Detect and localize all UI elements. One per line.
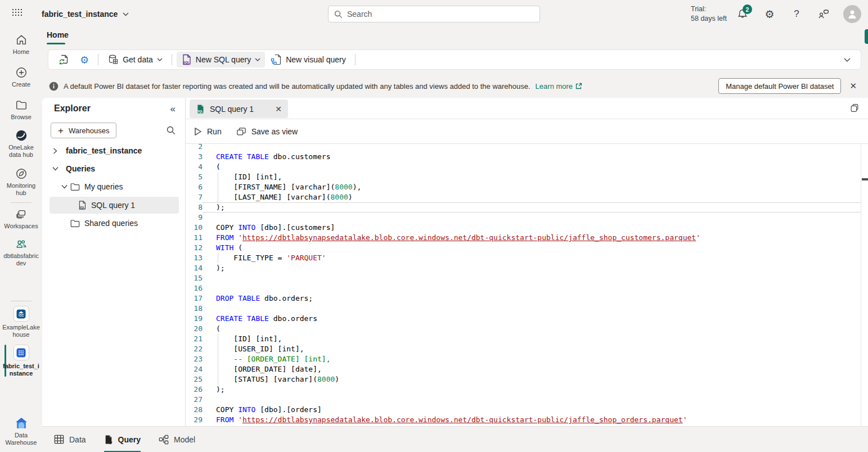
- code-line-4[interactable]: 4(: [186, 162, 861, 172]
- view-tab-data[interactable]: Data: [54, 427, 86, 452]
- learn-more-link[interactable]: Learn more: [536, 82, 582, 91]
- model-diagram-icon: [159, 435, 169, 445]
- code-line-7[interactable]: 7 [LAST_NAME] [varchar](8000): [186, 192, 861, 202]
- nav-item-workspaces[interactable]: Workspaces: [0, 208, 42, 230]
- code-line-6[interactable]: 6 [FIRST_NAME] [varchar](8000),: [186, 182, 861, 192]
- share-button[interactable]: Share: [865, 29, 868, 44]
- nav-item-monitoring-hub[interactable]: Monitoring hub: [0, 168, 42, 197]
- table-grid-icon: [54, 435, 64, 444]
- code-line-25[interactable]: 25 [STATUS] [varchar](8000): [186, 374, 861, 385]
- view-tab-query[interactable]: Query: [104, 427, 141, 452]
- chevron-down-icon: [123, 12, 129, 16]
- search-input[interactable]: [347, 10, 539, 19]
- code-line-26[interactable]: 26);: [186, 385, 861, 395]
- visual-query-icon: [271, 54, 282, 65]
- refresh-dataset-button[interactable]: [54, 52, 74, 67]
- nav-divider: [11, 301, 32, 301]
- code-line-10[interactable]: 10COPY INTO [dbo].[customers]: [186, 223, 861, 233]
- nav-item-create[interactable]: Create: [0, 66, 42, 88]
- nav-item-home[interactable]: Home: [0, 34, 42, 56]
- code-line-12[interactable]: 12WITH (: [186, 243, 861, 253]
- toolbar-expand-button[interactable]: [839, 56, 855, 64]
- tree-item-queries[interactable]: Queries: [42, 160, 186, 177]
- collapse-panel-icon[interactable]: «: [170, 103, 176, 115]
- code-line-14[interactable]: 14);: [186, 263, 861, 273]
- code-line-22[interactable]: 22 [USER_ID] [int],: [186, 344, 861, 354]
- settings-button[interactable]: ⚙: [760, 0, 779, 28]
- chevron-down-icon: [844, 58, 851, 62]
- workspaces-icon: [15, 208, 28, 220]
- avatar[interactable]: [843, 5, 861, 23]
- code-line-8[interactable]: 8);: [186, 202, 861, 213]
- run-button[interactable]: Run: [194, 127, 222, 136]
- ruler-cursor-marker: [862, 178, 868, 180]
- chevron-down-icon: [255, 58, 260, 61]
- ribbon-tab-row: Home Share: [42, 28, 868, 46]
- nav-item-onelake-data-hub[interactable]: OneLake data hub: [0, 129, 42, 159]
- code-line-13[interactable]: 13 FILE_TYPE = 'PARQUET': [186, 253, 861, 263]
- explorer-search-icon[interactable]: [167, 126, 176, 135]
- workspace-switcher[interactable]: fabric_test_instance: [42, 0, 129, 28]
- sql-file-icon: SQL: [196, 104, 205, 114]
- nav-item-data-warehouse[interactable]: Data Warehouse: [0, 417, 42, 446]
- tree-item-sql-query-1[interactable]: SQL SQL query 1: [42, 197, 186, 214]
- code-line-17[interactable]: 17DROP TABLE dbo.orders;: [186, 293, 861, 304]
- get-data-button[interactable]: Get data: [103, 52, 167, 67]
- run-icon: [194, 127, 202, 136]
- warehouse-settings-button[interactable]: ⚙: [75, 52, 93, 67]
- nav-item-workspace-dbtlabsfabricdev[interactable]: dbtlabsfabricdev: [0, 238, 42, 267]
- new-sql-query-button[interactable]: SQL New SQL query: [177, 52, 265, 67]
- copy-icon[interactable]: [849, 103, 860, 113]
- svg-text:SQL: SQL: [79, 206, 85, 209]
- code-line-28[interactable]: 28COPY INTO [dbo].[orders]: [186, 405, 861, 415]
- code-line-2[interactable]: 2: [186, 144, 861, 152]
- tree-item-warehouse-root[interactable]: fabric_test_instance: [42, 142, 186, 159]
- new-visual-query-button[interactable]: New visual query: [266, 52, 350, 67]
- feedback-button[interactable]: [813, 0, 833, 28]
- global-search[interactable]: [328, 6, 540, 22]
- tab-sql-query-1[interactable]: SQL SQL query 1 ✕: [190, 100, 288, 118]
- banner-close-icon[interactable]: ✕: [846, 80, 860, 92]
- code-line-9[interactable]: 9: [186, 213, 861, 223]
- explorer-panel: Explorer « + Warehouses fabric_test_inst…: [42, 98, 186, 426]
- code-line-18[interactable]: 18: [186, 304, 861, 314]
- save-as-view-button[interactable]: Save as view: [236, 127, 298, 136]
- editor-overview-ruler[interactable]: [861, 144, 868, 426]
- code-line-3[interactable]: 3CREATE TABLE dbo.customers: [186, 152, 861, 162]
- chevron-down-icon: [157, 58, 163, 61]
- tree-item-shared-queries[interactable]: Shared queries: [42, 215, 186, 232]
- tab-home[interactable]: Home: [47, 30, 69, 39]
- code-line-19[interactable]: 19CREATE TABLE dbo.orders: [186, 314, 861, 324]
- trial-status: Trial: 58 days left: [691, 4, 727, 24]
- top-header: fabric_test_instance Trial: 58 days left…: [0, 0, 868, 28]
- data-warehouse-icon: [15, 417, 28, 430]
- code-line-20[interactable]: 20(: [186, 324, 861, 334]
- nav-item-examplelakehouse[interactable]: ExampleLakehouse: [0, 306, 42, 338]
- app-launcher-icon[interactable]: [12, 9, 22, 16]
- settings-gear-icon: ⚙: [80, 54, 89, 66]
- tree-item-my-queries[interactable]: My queries: [42, 178, 186, 195]
- left-nav-rail: Home Create Browse OneLake data hub Moni…: [0, 28, 42, 452]
- code-line-16[interactable]: 16: [186, 283, 861, 293]
- explorer-title: Explorer: [54, 103, 91, 114]
- query-editor: SQL SQL query 1 ✕ Run Save as view 23CRE…: [186, 98, 868, 426]
- code-line-15[interactable]: 15: [186, 273, 861, 283]
- code-line-27[interactable]: 27: [186, 395, 861, 405]
- help-button[interactable]: ?: [787, 0, 806, 28]
- manage-default-dataset-button[interactable]: Manage default Power BI dataset: [718, 78, 841, 94]
- nav-item-fabric-test-instance[interactable]: fabric_test_instance: [0, 345, 42, 377]
- chevron-right-icon: [51, 148, 60, 154]
- notifications-button[interactable]: 2: [733, 0, 752, 28]
- nav-item-browse[interactable]: Browse: [0, 99, 42, 121]
- code-line-21[interactable]: 21 [ID] [int],: [186, 334, 861, 344]
- close-tab-icon[interactable]: ✕: [275, 105, 282, 114]
- code-line-29[interactable]: 29FROM 'https://dbtlabsynapsedatalake.bl…: [186, 415, 861, 425]
- folder-icon: [15, 99, 28, 111]
- code-line-5[interactable]: 5 [ID] [int],: [186, 172, 861, 182]
- code-line-11[interactable]: 11FROM 'https://dbtlabsynapsedatalake.bl…: [186, 233, 861, 243]
- code-line-24[interactable]: 24 [ORDER_DATE] [date],: [186, 364, 861, 374]
- code-line-23[interactable]: 23 -- [ORDER_DATE] [int],: [186, 354, 861, 364]
- add-warehouses-button[interactable]: + Warehouses: [51, 123, 116, 138]
- code-area[interactable]: 23CREATE TABLE dbo.customers4(5 [ID] [in…: [186, 144, 868, 426]
- view-tab-model[interactable]: Model: [159, 427, 195, 452]
